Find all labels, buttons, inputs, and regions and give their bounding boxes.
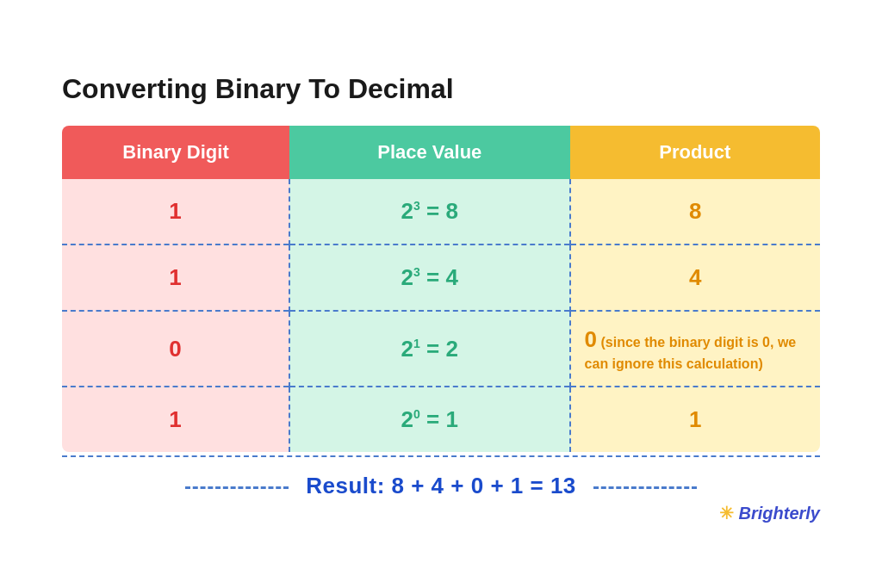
- cell-place: 23 = 4: [289, 244, 570, 311]
- cell-place: 21 = 2: [289, 311, 570, 387]
- cell-product: 1: [570, 387, 820, 452]
- cell-product: 4: [570, 244, 820, 311]
- table-row: 120 = 11: [62, 387, 820, 452]
- page-title: Converting Binary To Decimal: [62, 73, 820, 105]
- cell-place: 20 = 1: [289, 387, 570, 452]
- cell-product: 8: [570, 179, 820, 244]
- branding: ✳ Brighterly: [719, 503, 820, 523]
- table-row: 021 = 20 (since the binary digit is 0, w…: [62, 311, 820, 387]
- header-place: Place Value: [289, 126, 570, 179]
- sun-icon: ✳: [719, 504, 739, 523]
- result-text: Result: 8 + 4 + 0 + 1 = 13: [306, 473, 576, 498]
- cell-product: 0 (since the binary digit is 0, we can i…: [570, 311, 820, 387]
- cell-binary: 1: [62, 244, 289, 311]
- header-binary: Binary Digit: [62, 126, 289, 179]
- cell-binary: 0: [62, 311, 289, 387]
- result-row: Result: 8 + 4 + 0 + 1 = 13: [62, 455, 820, 515]
- cell-binary: 1: [62, 179, 289, 244]
- header-product: Product: [570, 126, 820, 179]
- product-zero: 0: [585, 326, 597, 352]
- table-row: 123 = 88: [62, 179, 820, 244]
- conversion-table: Binary Digit Place Value Product 123 = 8…: [62, 126, 820, 453]
- page-container: Converting Binary To Decimal Binary Digi…: [28, 47, 854, 542]
- table-row: 123 = 44: [62, 244, 820, 311]
- cell-binary: 1: [62, 387, 289, 452]
- cell-place: 23 = 8: [289, 179, 570, 244]
